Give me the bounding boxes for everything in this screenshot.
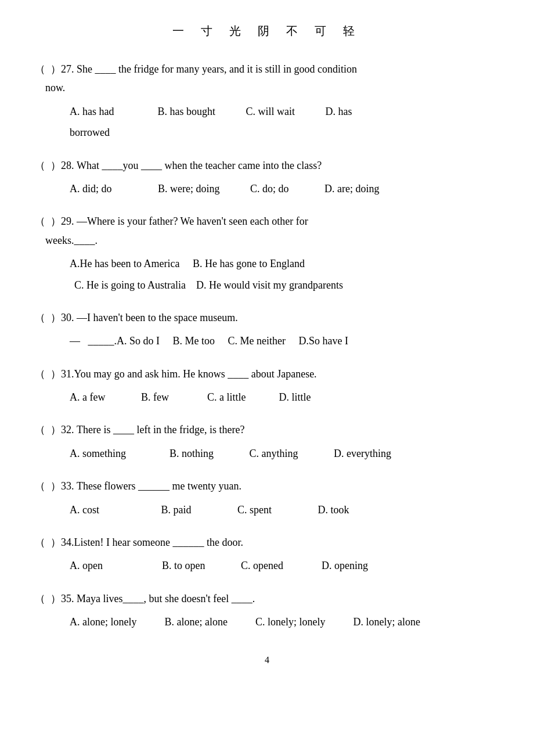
question-29-stem: （ ）29. —Where is your father? We haven't… — [35, 212, 499, 250]
option-27-d-end: borrowed — [70, 127, 110, 138]
option-34-a: A. open — [70, 556, 103, 575]
option-28-b: B. were; doing — [158, 179, 219, 198]
option-27-c: C. will wait — [246, 102, 295, 121]
options-line: A. has had B. has bought C. will wait D.… — [70, 102, 499, 121]
paren-31: （ ） — [35, 368, 61, 380]
question-34-options: A. open B. to open C. opened D. opening — [35, 556, 499, 575]
question-31: （ ）31.You may go and ask him. He knows _… — [35, 365, 499, 407]
question-33-stem: （ ）33. These flowers ______ me twenty yu… — [35, 477, 499, 495]
paren-30: （ ） — [35, 312, 61, 323]
option-34-c: C. opened — [241, 556, 283, 575]
question-32-options: A. something B. nothing C. anything D. e… — [35, 444, 499, 463]
question-28-options: A. did; do B. were; doing C. do; do D. a… — [35, 179, 499, 198]
option-27-a: A. has had — [70, 102, 114, 121]
question-32-stem: （ ）32. There is ____ left in the fridge,… — [35, 420, 499, 439]
question-33-options: A. cost B. paid C. spent D. took — [35, 501, 499, 519]
question-28: （ ）28. What ____you ____ when the teache… — [35, 156, 499, 199]
page-number: 4 — [35, 655, 499, 665]
option-29-d: D. He would visit my grandparents — [196, 279, 343, 291]
options-line-32: A. something B. nothing C. anything D. e… — [70, 444, 499, 463]
option-28-a: A. did; do — [70, 179, 112, 198]
paren-32: （ ） — [35, 424, 61, 435]
options-line-31: A. a few B. few C. a little D. little — [70, 388, 499, 406]
option-29-a: A.He has been to America — [70, 258, 179, 269]
question-30-stem: （ ）30. —I haven't been to the space muse… — [35, 308, 499, 327]
options-line2: borrowed — [70, 123, 499, 142]
option-27-d-start: D. has — [326, 106, 352, 117]
options-line-30: — _____.A. So do I B. Me too C. Me neith… — [70, 332, 499, 350]
option-32-b: B. nothing — [169, 444, 214, 463]
question-30-options: — _____.A. So do I B. Me too C. Me neith… — [35, 332, 499, 350]
option-33-d: D. took — [318, 504, 349, 516]
question-27-options: A. has had B. has bought C. will wait D.… — [35, 102, 499, 142]
option-32-c: C. anything — [250, 444, 298, 463]
option-28-d: D. are; doing — [324, 183, 379, 195]
question-34: （ ）34.Listen! I hear someone ______ the … — [35, 533, 499, 575]
question-31-stem: （ ）31.You may go and ask him. He knows _… — [35, 365, 499, 383]
option-31-b: B. few — [141, 388, 169, 406]
paren-28: （ ） — [35, 160, 61, 171]
page-title: 一 寸 光 阴 不 可 轻 — [35, 23, 499, 39]
option-31-d: D. little — [279, 391, 311, 403]
paren-34: （ ） — [35, 537, 61, 548]
option-29-c: C. He is going to Australia — [74, 279, 186, 291]
options-line-35: A. alone; lonely B. alone; alone C. lone… — [70, 613, 499, 631]
option-33-b: B. paid — [161, 501, 192, 519]
option-33-a: A. cost — [70, 501, 99, 519]
option-34-b: B. to open — [162, 556, 205, 575]
question-31-options: A. a few B. few C. a little D. little — [35, 388, 499, 406]
options-line-33: A. cost B. paid C. spent D. took — [70, 501, 499, 519]
question-28-stem: （ ）28. What ____you ____ when the teache… — [35, 156, 499, 175]
paren-29: （ ） — [35, 215, 61, 227]
options-line: A. did; do B. were; doing C. do; do D. a… — [70, 179, 499, 198]
option-35-b: B. alone; alone — [164, 613, 227, 631]
option-28-c: C. do; do — [250, 179, 289, 198]
options-line-34: A. open B. to open C. opened D. opening — [70, 556, 499, 575]
question-29: （ ）29. —Where is your father? We haven't… — [35, 212, 499, 294]
paren-35: （ ） — [35, 593, 61, 604]
option-31-c: C. a little — [207, 388, 246, 406]
question-35-options: A. alone; lonely B. alone; alone C. lone… — [35, 613, 499, 631]
option-32-a: A. something — [70, 444, 126, 463]
option-32-d: D. everything — [334, 448, 391, 459]
question-35-stem: （ ）35. Maya lives____, but she doesn't f… — [35, 589, 499, 608]
option-35-c: C. lonely; lonely — [255, 613, 326, 631]
option-33-c: C. spent — [237, 501, 272, 519]
question-27: （ ）27. She ____ the fridge for many year… — [35, 60, 499, 142]
option-27-b: B. has bought — [157, 102, 215, 121]
option-31-a: A. a few — [70, 388, 105, 406]
option-35-a: A. alone; lonely — [70, 613, 136, 631]
option-35-d: D. lonely; alone — [353, 616, 420, 628]
paren-27: （ ） — [35, 63, 61, 75]
question-34-stem: （ ）34.Listen! I hear someone ______ the … — [35, 533, 499, 552]
options-line-29-cd: C. He is going to Australia D. He would … — [70, 276, 499, 294]
option-34-d: D. opening — [322, 560, 368, 571]
question-33: （ ）33. These flowers ______ me twenty yu… — [35, 477, 499, 519]
question-29-options: A.He has been to America B. He has gone … — [35, 254, 499, 294]
question-32: （ ）32. There is ____ left in the fridge,… — [35, 420, 499, 463]
paren-33: （ ） — [35, 480, 61, 492]
options-line-29-ab: A.He has been to America B. He has gone … — [70, 254, 499, 273]
question-27-stem: （ ）27. She ____ the fridge for many year… — [35, 60, 499, 98]
question-30: （ ）30. —I haven't been to the space muse… — [35, 308, 499, 351]
question-35: （ ）35. Maya lives____, but she doesn't f… — [35, 589, 499, 632]
option-29-b: B. He has gone to England — [193, 258, 305, 269]
